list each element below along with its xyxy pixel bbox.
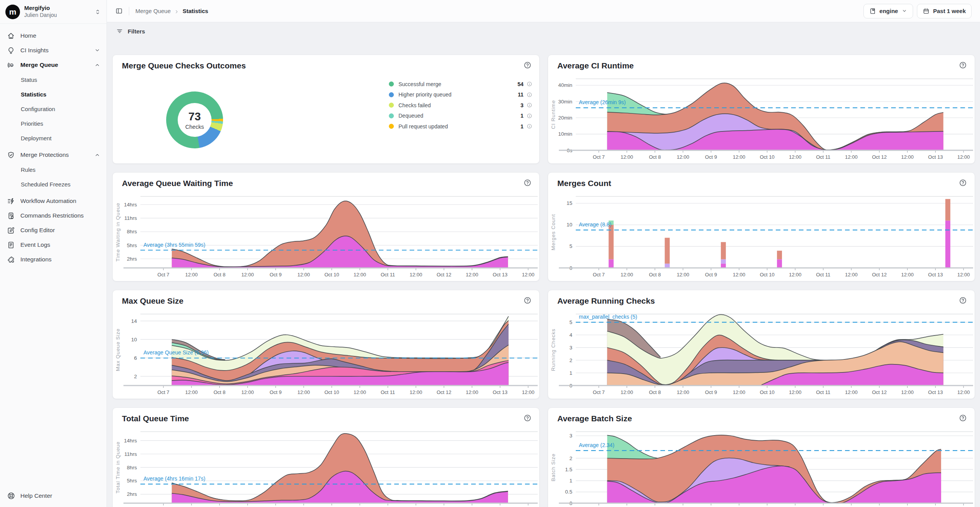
svg-text:12:00: 12:00 [466,272,478,278]
sidebar-item-label: Statistics [21,91,47,98]
area-chart-max-queue-size[interactable]: 261014Oct 712:00Oct 812:00Oct 912:00Oct … [113,308,538,397]
legend-value: 3 [520,102,523,108]
svg-text:12:00: 12:00 [845,272,858,278]
info-icon[interactable] [527,92,532,98]
sidebar-item-deployment[interactable]: Deployment [0,131,107,145]
sidebar-item-help-center[interactable]: Help Center [7,492,52,500]
help-icon[interactable] [523,179,532,187]
legend-row-successful-merge[interactable]: Successful merge54 [389,79,532,90]
svg-text:30min: 30min [558,99,572,105]
svg-text:Oct 13: Oct 13 [493,389,507,395]
svg-text:12:00: 12:00 [522,272,535,278]
filters-icon [116,28,123,35]
area-chart-average-queue-waiting-time[interactable]: 2hrs5hrs8hrs11hrs14hrsOct 712:00Oct 812:… [113,190,538,279]
sidebar-toggle-icon[interactable] [115,7,123,15]
sidebar-item-rules[interactable]: Rules [0,162,107,177]
area-chart-average-running-checks[interactable]: 012345Oct 712:00Oct 812:00Oct 912:00Oct … [549,308,974,397]
sidebar-item-event-logs[interactable]: Event Logs [0,238,107,252]
sidebar-item-status[interactable]: Status [0,72,107,87]
svg-text:Oct 9: Oct 9 [270,272,282,278]
info-icon[interactable] [527,81,532,87]
svg-text:3: 3 [569,433,572,439]
puzzle-icon [7,256,15,264]
card-max-queue-size: Max Queue Size 261014Oct 712:00Oct 812:0… [112,290,540,399]
sidebar-item-priorities[interactable]: Priorities [0,116,107,131]
svg-text:12:00: 12:00 [789,389,802,395]
info-icon[interactable] [527,123,532,129]
legend-row-dequeued[interactable]: Dequeued1 [389,111,532,121]
sidebar-item-label: Deployment [21,135,52,141]
filters-button[interactable]: Filters [128,28,145,35]
area-chart-average-ci-runtime[interactable]: 0s10min20min30min40minOct 712:00Oct 812:… [549,73,974,162]
area-chart-total-queue-time[interactable]: 2hrs5hrs8hrs11hrs14hrsOct 712:00Oct 812:… [113,426,538,507]
sidebar-item-statistics[interactable]: Statistics [0,87,107,101]
svg-text:Oct 10: Oct 10 [324,389,339,395]
workflow-icon [7,197,15,205]
sidebar-item-label: Configuration [21,106,55,112]
help-icon[interactable] [959,179,967,187]
svg-text:12:00: 12:00 [677,389,689,395]
svg-text:Time Waiting in Queue: Time Waiting in Queue [115,203,121,261]
svg-text:12:00: 12:00 [410,272,422,278]
svg-text:10: 10 [131,337,137,342]
sidebar-item-ci-insights[interactable]: CI Insights [0,43,107,58]
sidebar-item-label: Rules [21,166,35,173]
sidebar-item-label: Status [21,76,37,83]
svg-text:12:00: 12:00 [297,272,310,278]
legend-row-checks-failed[interactable]: Checks failed3 [389,100,532,111]
sidebar-item-label: Merge Queue [20,62,58,68]
sidebar-item-config-editor[interactable]: Config Editor [0,223,107,238]
legend-dot [389,92,394,97]
svg-text:10: 10 [567,222,572,228]
svg-text:2: 2 [569,455,572,461]
svg-text:Oct 13: Oct 13 [928,154,943,160]
card-title: Merges Count [557,179,611,188]
svg-text:12:00: 12:00 [241,389,254,395]
repository-selector[interactable]: engine [863,4,913,18]
svg-text:Oct 7: Oct 7 [593,154,605,160]
svg-text:Oct 11: Oct 11 [816,154,830,160]
svg-text:max_parallel_checks (5): max_parallel_checks (5) [579,314,637,320]
help-icon[interactable] [523,296,532,304]
help-icon[interactable] [959,414,967,422]
info-icon[interactable] [527,102,532,108]
legend-value: 54 [517,81,523,87]
topbar: Merge Queue Statistics engine Past 1 wee… [107,0,980,22]
help-icon[interactable] [523,61,532,69]
svg-text:Oct 10: Oct 10 [324,272,339,278]
help-icon[interactable] [523,414,532,422]
svg-text:5hrs: 5hrs [127,478,137,484]
area-chart-average-batch-size[interactable]: 00.511.523Oct 712:00Oct 812:00Oct 912:00… [549,426,974,507]
svg-text:1: 1 [569,478,572,484]
sidebar-item-configuration[interactable]: Configuration [0,101,107,116]
org-switcher[interactable]: m Mergifyio Julien Danjou [0,0,107,24]
sidebar-item-label: Priorities [21,120,43,127]
expand-collapse-icon[interactable] [94,8,101,15]
sidebar-item-commands-restrictions[interactable]: Commands Restrictions [0,208,107,223]
card-title: Total Queue Time [122,414,189,423]
help-icon[interactable] [959,61,967,69]
sidebar-item-home[interactable]: Home [0,28,107,43]
svg-text:Oct 13: Oct 13 [493,272,507,278]
donut-chart[interactable]: 73 Checks [166,91,223,148]
svg-text:Average (4hrs 16min 17s): Average (4hrs 16min 17s) [143,475,205,482]
svg-text:10min: 10min [558,131,572,137]
sidebar-item-scheduled-freezes[interactable]: Scheduled Freezes [0,177,107,191]
time-range-button[interactable]: Past 1 week [917,4,972,18]
svg-text:12:00: 12:00 [620,389,633,395]
legend-row-pull-request-updated[interactable]: Pull request updated1 [389,121,532,132]
help-icon[interactable] [959,296,967,304]
svg-text:11hrs: 11hrs [124,215,137,221]
sidebar-item-merge-protections[interactable]: Merge Protections [0,148,107,162]
sidebar-item-integrations[interactable]: Integrations [0,252,107,267]
info-icon[interactable] [527,113,532,119]
legend-row-higher-priority-queued[interactable]: Higher priority queued11 [389,90,532,100]
svg-text:12:00: 12:00 [957,154,970,160]
sidebar-item-workflow-automation[interactable]: Workflow Automation [0,194,107,208]
sidebar-item-label: Event Logs [20,241,50,248]
sidebar-item-merge-queue[interactable]: mMerge Queue [0,58,107,72]
svg-text:6: 6 [134,355,137,361]
breadcrumb-merge-queue[interactable]: Merge Queue [135,8,171,14]
bar-chart-merges-count[interactable]: 051015Oct 712:00Oct 812:00Oct 912:00Oct … [549,190,974,279]
svg-text:12:00: 12:00 [901,272,914,278]
